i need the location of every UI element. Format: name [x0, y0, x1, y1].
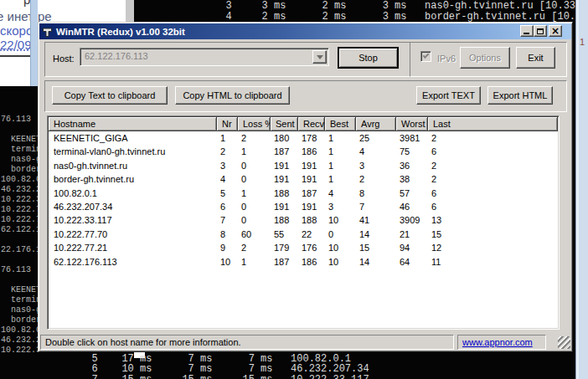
- results-table: HostnameNrLoss %SentRecvBestAvrgWorstLas…: [47, 115, 560, 330]
- options-label: Options: [469, 53, 501, 63]
- cell-value: 4: [325, 187, 356, 200]
- table-row[interactable]: 100.82.0.15118818748576: [49, 187, 558, 200]
- cell-hostname: 10.222.77.70: [49, 228, 217, 241]
- column-header-avrg[interactable]: Avrg: [356, 117, 396, 131]
- maximize-icon: [537, 28, 544, 34]
- cell-value: 38: [396, 172, 428, 186]
- cell-value: 6: [428, 200, 558, 213]
- cell-value: 4: [217, 172, 238, 186]
- host-combobox[interactable]: 62.122.176.113: [80, 48, 329, 66]
- cell-value: 5: [217, 187, 238, 200]
- cell-value: 12: [428, 241, 558, 254]
- right-strip-text: 1: [580, 37, 585, 47]
- cell-value: 188: [271, 187, 298, 200]
- cell-value: 1: [325, 145, 356, 158]
- copy-html-label: Copy HTML to clipboard: [183, 90, 281, 100]
- cell-hostname: KEENETIC_GIGA: [49, 131, 217, 145]
- combobox-dropdown-button[interactable]: [312, 50, 327, 64]
- console-line: 6 10 ms 7 ms 7 ms 46.232.207.34: [80, 364, 369, 374]
- copy-text-button[interactable]: Copy Text to clipboard: [52, 86, 168, 105]
- minimize-button[interactable]: [520, 25, 534, 37]
- cell-hostname: terminal-vlan0-gh.tvinnet.ru: [49, 145, 217, 158]
- cell-value: 75: [396, 145, 428, 158]
- cell-value: 191: [271, 200, 298, 213]
- table-row[interactable]: 10.222.77.219217917610159412: [49, 241, 558, 254]
- cell-value: 187: [298, 187, 325, 200]
- copy-html-button[interactable]: Copy HTML to clipboard: [175, 86, 290, 105]
- cell-value: 15: [428, 228, 558, 241]
- export-text-label: Export TEXT: [422, 90, 475, 100]
- table-row[interactable]: KEENETIC_GIGA1218017812539812: [49, 131, 558, 145]
- column-header-recv[interactable]: Recv: [298, 117, 325, 131]
- table-row[interactable]: 10.222.77.7086055220142115: [49, 228, 558, 241]
- cell-hostname: border-gh.tvinnet.ru: [49, 172, 217, 186]
- cell-value: 94: [396, 241, 428, 254]
- export-html-button[interactable]: Export HTML: [487, 86, 553, 105]
- cell-hostname: 62.122.176.113: [49, 255, 217, 269]
- cell-value: 187: [271, 145, 298, 158]
- column-header-hostname[interactable]: Hostname: [49, 117, 217, 131]
- cell-hostname: nas0-gh.tvinnet.ru: [49, 159, 217, 172]
- cell-value: 0: [238, 200, 271, 213]
- cell-value: 11: [428, 255, 558, 269]
- column-header-sent[interactable]: Sent: [271, 117, 298, 131]
- cell-value: 9: [217, 241, 238, 254]
- cell-value: 64: [396, 255, 428, 269]
- cell-value: 55: [271, 228, 298, 241]
- cell-value: 6: [428, 187, 558, 200]
- table-row[interactable]: nas0-gh.tvinnet.ru3019119113362: [49, 159, 558, 172]
- winmtr-window: WinMTR (Redux) v1.00 32bit × Host: 62.12…: [38, 22, 573, 352]
- ipv6-checkbox[interactable]: [420, 51, 431, 62]
- title-bar[interactable]: WinMTR (Redux) v1.00 32bit ×: [39, 23, 571, 39]
- options-button[interactable]: Options: [460, 47, 510, 69]
- cell-value: 10: [325, 241, 356, 254]
- background-console-top: 3 3 ms 2 ms 3 ms nas0-gh.tvinnet.ru [10.…: [126, 0, 575, 22]
- table-header: HostnameNrLoss %SentRecvBestAvrgWorstLas…: [49, 117, 558, 131]
- appnor-link[interactable]: www.appnor.com: [462, 337, 533, 347]
- cell-value: 186: [298, 145, 325, 158]
- table-row[interactable]: terminal-vlan0-gh.tvinnet.ru211871861475…: [49, 145, 558, 158]
- column-header-best[interactable]: Best: [325, 117, 356, 131]
- resize-grip[interactable]: [558, 336, 570, 349]
- maximize-button[interactable]: [534, 25, 547, 37]
- cell-value: 0: [325, 228, 356, 241]
- stop-label: Stop: [358, 53, 378, 63]
- column-header-worst[interactable]: Worst: [396, 117, 428, 131]
- chevron-down-icon: [317, 55, 323, 59]
- export-text-button[interactable]: Export TEXT: [416, 86, 481, 105]
- cell-value: 10: [325, 213, 356, 227]
- background-console-bottom: 5 17 ms 7 ms 7 ms 100.82.0.1 6 10 ms 7 m…: [0, 352, 575, 379]
- cell-value: 1: [217, 131, 238, 145]
- exit-button[interactable]: Exit: [516, 47, 555, 69]
- cell-value: 2: [428, 131, 558, 145]
- column-header-nr[interactable]: Nr: [217, 117, 238, 131]
- status-message: Double click on host name for more infor…: [45, 337, 241, 347]
- cell-value: 8: [217, 228, 238, 241]
- cell-value: 10: [217, 255, 238, 269]
- console-line: 7 15 ms 15 ms 15 ms 10.222.33.117: [80, 375, 369, 379]
- cell-value: 178: [298, 131, 325, 145]
- cell-value: 4: [356, 145, 396, 158]
- table-row[interactable]: 46.232.207.346019119137466: [49, 200, 558, 213]
- column-header-last[interactable]: Last: [428, 117, 558, 131]
- cell-value: 7: [217, 213, 238, 227]
- caption-buttons: ×: [520, 25, 562, 37]
- cell-hostname: 10.222.77.21: [49, 241, 217, 254]
- close-button[interactable]: ×: [549, 25, 562, 37]
- minimize-icon: [524, 33, 529, 34]
- cell-value: 180: [271, 131, 298, 145]
- cell-value: 2: [356, 172, 396, 186]
- column-header-loss[interactable]: Loss %: [238, 117, 271, 131]
- table-row[interactable]: border-gh.tvinnet.ru4019119112382: [49, 172, 558, 186]
- check-icon: [423, 52, 430, 59]
- stop-button[interactable]: Stop: [338, 47, 399, 69]
- cell-value: 179: [271, 241, 298, 254]
- table-row[interactable]: 10.222.33.117701881881041390913: [49, 213, 558, 227]
- cell-value: 1: [238, 255, 271, 269]
- browser-scrollbar[interactable]: [30, 0, 38, 86]
- table-row[interactable]: 62.122.176.11310118718610146411: [49, 255, 558, 269]
- status-message-panel: Double click on host name for more infor…: [40, 335, 454, 350]
- exit-label: Exit: [528, 53, 543, 63]
- cell-value: 188: [298, 213, 325, 227]
- cell-value: 3: [325, 200, 356, 213]
